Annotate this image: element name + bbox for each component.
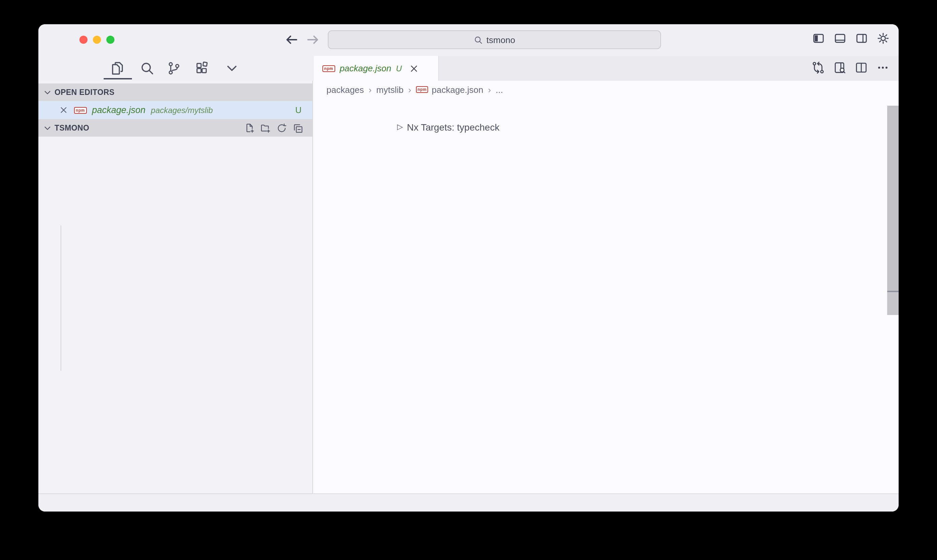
refresh-explorer-icon[interactable] (277, 123, 287, 133)
breadcrumb-label: packages (326, 85, 364, 95)
toggle-primary-sidebar-icon[interactable] (812, 32, 825, 45)
source-control-icon[interactable] (167, 61, 181, 75)
back-arrow-icon[interactable] (284, 32, 299, 47)
editor-scrollbar-thumb[interactable] (887, 106, 899, 291)
status-bar (38, 493, 899, 512)
breadcrumb-item[interactable]: npmpackage.json (416, 85, 483, 95)
more-actions-icon[interactable] (876, 61, 889, 74)
open-editor-path: packages/mytslib (151, 105, 213, 115)
breadcrumb-item[interactable]: packages (326, 85, 364, 95)
new-folder-icon[interactable] (260, 123, 271, 133)
editor-scrollbar-block[interactable] (887, 292, 899, 315)
chevron-down-icon (43, 123, 52, 132)
breadcrumb-label: mytslib (376, 85, 403, 95)
close-editor-icon[interactable] (59, 106, 68, 114)
toggle-secondary-sidebar-icon[interactable] (855, 32, 868, 45)
zoom-window-button[interactable] (106, 36, 114, 44)
tab-close-icon[interactable] (409, 64, 419, 73)
tab-package-json[interactable]: npm package.json U (314, 56, 439, 81)
breadcrumb-label: ... (496, 85, 503, 95)
breadcrumb-item[interactable]: ... (496, 85, 503, 95)
open-editors-title: OPEN EDITORS (54, 88, 114, 96)
screen: tsmono npm package.json (0, 0, 937, 560)
explorer-sidebar: OPEN EDITORS npm package.json packages/m… (38, 81, 313, 493)
toggle-panel-icon[interactable] (834, 32, 846, 45)
breadcrumb: packages›mytslib›npmpackage.json›... (326, 81, 503, 98)
app-window: tsmono npm package.json (38, 24, 899, 512)
sub-bar: npm package.json U (38, 56, 899, 81)
editor-pane: packages›mytslib›npmpackage.json›... ▷ N… (313, 81, 899, 493)
title-bar: tsmono (38, 24, 899, 56)
workspace-title: TSMONO (54, 124, 89, 132)
breadcrumb-separator: › (408, 85, 411, 95)
breadcrumb-item[interactable]: mytslib (376, 85, 403, 95)
open-editors-header[interactable]: OPEN EDITORS (38, 83, 312, 101)
close-window-button[interactable] (79, 36, 88, 44)
npm-icon: npm (416, 86, 428, 93)
file-tree (38, 135, 312, 443)
extensions-icon[interactable] (195, 61, 209, 75)
search-view-icon[interactable] (140, 61, 154, 75)
breadcrumb-separator: › (369, 85, 372, 95)
more-views-chevron-icon[interactable] (225, 61, 239, 75)
open-editor-item[interactable]: npm package.json packages/mytslib U (38, 101, 312, 119)
open-changes-icon[interactable] (812, 61, 825, 74)
command-center-search[interactable]: tsmono (328, 30, 661, 49)
tab-bar: npm package.json U (313, 56, 899, 81)
npm-icon: npm (322, 65, 335, 72)
open-editor-filename: package.json (92, 105, 145, 115)
breadcrumb-label: package.json (432, 85, 483, 95)
tab-label: package.json (340, 63, 391, 73)
breadcrumb-separator: › (488, 85, 491, 95)
npm-icon: npm (74, 107, 86, 114)
codelens-text: Nx Targets: typecheck (407, 122, 500, 132)
forward-arrow-icon[interactable] (306, 32, 320, 47)
split-editor-icon[interactable] (855, 61, 868, 74)
new-file-icon[interactable] (245, 123, 254, 133)
minimize-window-button[interactable] (93, 36, 101, 44)
workspace-header[interactable]: TSMONO (38, 119, 312, 137)
settings-gear-icon[interactable] (877, 32, 889, 45)
tab-untracked-badge: U (396, 64, 402, 73)
indent-guide (61, 226, 61, 371)
explorer-icon[interactable] (111, 61, 125, 75)
search-value: tsmono (486, 35, 515, 45)
open-preview-icon[interactable] (833, 61, 846, 74)
active-view-underline (104, 78, 132, 79)
run-triangle-icon: ▷ (397, 123, 403, 131)
activity-bar (38, 56, 313, 81)
codelens-link[interactable]: ▷ Nx Targets: typecheck (397, 119, 500, 135)
chevron-down-icon (43, 88, 52, 97)
untracked-badge: U (295, 105, 302, 115)
collapse-folders-icon[interactable] (293, 123, 303, 133)
search-icon (474, 35, 482, 44)
